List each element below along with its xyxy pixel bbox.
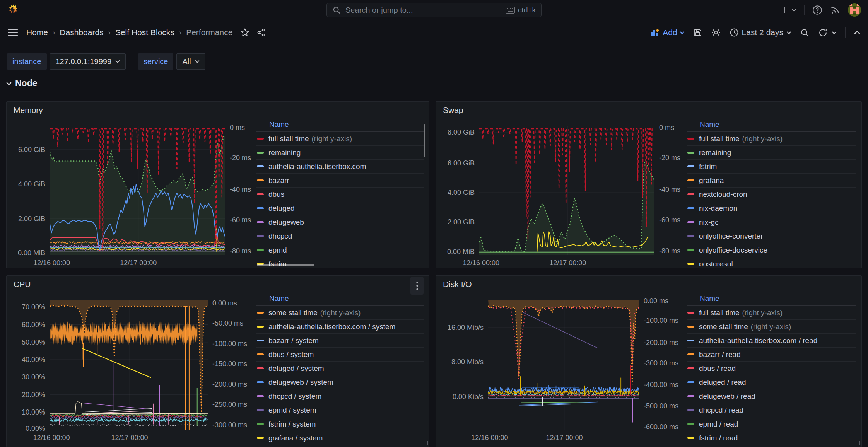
legend-header-name[interactable]: Name [687, 119, 856, 132]
legend-series-axis-note: (right y-axis) [320, 309, 361, 317]
share-icon[interactable] [256, 28, 266, 37]
legend-item[interactable]: fstrim / read [687, 431, 856, 442]
breadcrumb-home[interactable]: Home [26, 28, 48, 37]
y-axis-left-tick: 60.00% [7, 321, 45, 329]
time-range-picker[interactable]: Last 2 days [730, 28, 791, 37]
legend-item[interactable]: delugeweb [256, 215, 424, 229]
service-variable-select[interactable]: All [176, 53, 205, 70]
chart-canvas[interactable] [488, 300, 639, 430]
legend-item[interactable]: epmd / read [687, 417, 856, 431]
save-icon[interactable] [693, 28, 702, 37]
new-menu-button[interactable] [781, 6, 796, 14]
legend-item[interactable]: bazarr [256, 174, 424, 188]
panel-resize-handle[interactable] [856, 441, 860, 445]
legend-item[interactable]: dhcpcd / system [256, 389, 424, 403]
legend-item[interactable]: onlyoffice-docservice [687, 243, 856, 257]
legend-item[interactable]: deluged / read [687, 375, 856, 389]
legend-item[interactable]: dbus / read [687, 362, 856, 375]
legend-item[interactable]: dbus / system [256, 348, 424, 362]
legend-item[interactable]: full stall time(right y-axis) [687, 306, 856, 320]
legend-horizontal-scrollbar[interactable] [257, 264, 314, 266]
help-icon[interactable] [812, 5, 822, 15]
legend-item[interactable]: remaining [256, 146, 424, 160]
panel-title[interactable]: CPU [14, 280, 31, 289]
legend-item[interactable]: full stall time(right y-axis) [687, 132, 856, 146]
legend-header-name[interactable]: Name [687, 293, 856, 306]
chart-canvas[interactable] [50, 126, 225, 255]
series-yellow-diagonal [82, 348, 151, 378]
breadcrumb-folder[interactable]: Self Host Blocks [115, 28, 174, 37]
instance-variable-label[interactable]: instance [7, 53, 47, 70]
legend-item[interactable]: authelia-authelia.tiserbox.com [256, 160, 424, 174]
legend-item[interactable]: postgresql [687, 257, 856, 266]
star-icon[interactable] [240, 28, 249, 37]
legend-series-label: dhcpcd [268, 232, 292, 241]
settings-icon[interactable] [711, 27, 721, 38]
legend-scrollbar-thumb[interactable] [424, 124, 425, 157]
search-field[interactable] [345, 5, 506, 15]
legend-item[interactable]: fstrim / system [256, 417, 424, 431]
legend-item[interactable]: delugeweb / read [687, 389, 856, 403]
legend-item[interactable]: deluged [256, 201, 424, 215]
collapse-icon[interactable] [854, 31, 860, 35]
legend-item[interactable]: delugeweb / system [256, 375, 424, 389]
cpu-legend: Namesome stall time(right y-axis)autheli… [256, 293, 424, 442]
grafana-logo-icon[interactable] [7, 4, 19, 16]
legend-series-swatch [687, 221, 694, 223]
menu-icon[interactable] [8, 28, 18, 37]
refresh-button[interactable] [818, 28, 837, 38]
legend-series-swatch [687, 437, 694, 439]
legend-item[interactable]: dhcpcd / read [687, 403, 856, 417]
legend-item[interactable]: full stall time(right y-axis) [256, 132, 424, 146]
add-button[interactable]: Add [650, 28, 684, 37]
legend-item[interactable]: grafana / system [256, 431, 424, 442]
legend-item[interactable]: epmd [256, 243, 424, 257]
legend-item[interactable]: some stall time(right y-axis) [256, 306, 424, 320]
legend-item[interactable]: nix-daemon [687, 201, 856, 215]
instance-variable-select[interactable]: 127.0.0.1:19999 [50, 53, 126, 70]
legend-series-swatch [687, 179, 694, 181]
legend-item[interactable]: authelia-authelia.tiserbox.com / read [687, 334, 856, 348]
legend-item[interactable]: authelia-authelia.tiserbox.com / system [256, 320, 424, 334]
legend-header-name[interactable]: Name [256, 119, 424, 132]
panel-title[interactable]: Swap [443, 106, 463, 115]
chart-canvas[interactable] [50, 300, 208, 430]
legend-item[interactable]: dhcpcd [256, 229, 424, 243]
legend-item[interactable]: onlyoffice-converter [687, 229, 856, 243]
legend-item[interactable]: epmd / system [256, 403, 424, 417]
y-axis-right-tick: -400.00 ms [644, 380, 678, 389]
row-node-toggle[interactable]: Node [6, 78, 38, 89]
legend-item[interactable]: fstrim [687, 160, 856, 174]
user-avatar[interactable] [848, 3, 861, 17]
legend-header-name[interactable]: Name [256, 293, 424, 306]
panel-title[interactable]: Disk I/O [443, 280, 472, 289]
panel-menu-button[interactable] [410, 277, 424, 295]
y-axis-left-tick: 0.00 MiB [436, 247, 475, 256]
legend-item[interactable]: dbus [256, 188, 424, 201]
service-variable-label[interactable]: service [138, 53, 173, 70]
breadcrumb-dashboards[interactable]: Dashboards [60, 28, 103, 37]
legend-series-label: fstrim [699, 162, 717, 171]
legend-item[interactable]: deluged / system [256, 362, 424, 375]
keyboard-icon [506, 7, 515, 14]
legend-series-label: dhcpcd / system [268, 392, 321, 401]
news-icon[interactable] [830, 5, 840, 15]
panel-resize-handle[interactable] [423, 441, 428, 445]
zoom-out-icon[interactable] [800, 28, 810, 38]
legend-item[interactable]: bazarr / system [256, 334, 424, 348]
legend-series-label: nix-daemon [699, 204, 737, 213]
y-axis-right-tick: -250.00 ms [212, 400, 247, 409]
legend-item[interactable]: nix-gc [687, 215, 856, 229]
legend-item[interactable]: some stall time(right y-axis) [687, 320, 856, 334]
legend-series-swatch [257, 249, 264, 251]
search-input[interactable]: ctrl+k [326, 3, 542, 17]
legend-item[interactable]: remaining [687, 146, 856, 160]
y-axis-right-tick: -80 ms [659, 247, 680, 255]
legend-item[interactable]: nextcloud-cron [687, 188, 856, 201]
legend-item[interactable]: bazarr / read [687, 348, 856, 362]
chevron-down-icon [791, 8, 796, 12]
top-nav-bar: ctrl+k [0, 0, 868, 20]
legend-item[interactable]: grafana [687, 174, 856, 188]
panel-title[interactable]: Memory [14, 106, 43, 115]
chart-canvas[interactable] [479, 126, 654, 255]
